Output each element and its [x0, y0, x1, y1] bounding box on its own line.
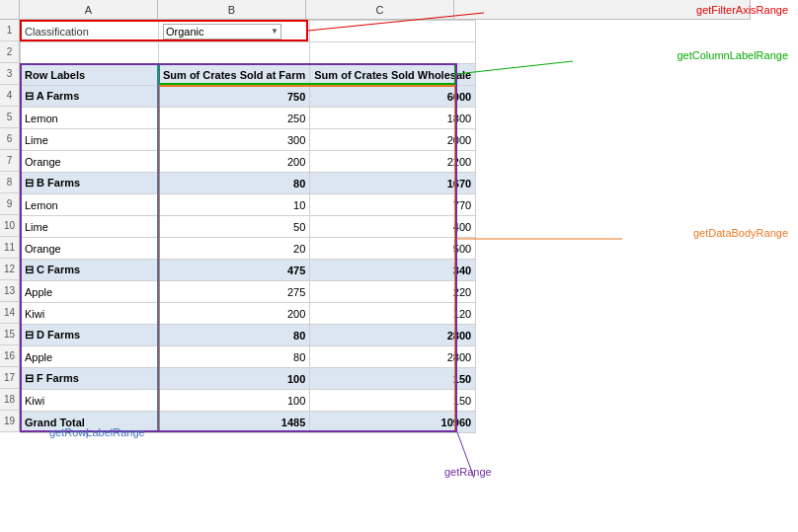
- farm-col1: 750: [159, 86, 310, 108]
- farm-col1: 80: [159, 325, 310, 346]
- filter-input-text: Organic: [166, 26, 269, 38]
- item-col1: 200: [159, 151, 310, 173]
- farm-label: ⊟ D Farms: [21, 325, 159, 346]
- pivot-table-area: Classification Organic ▼ Row Labels Sum: [20, 20, 476, 433]
- grand-total-col2: 10960: [310, 412, 476, 433]
- empty-c: [310, 42, 476, 64]
- farm-col1: 80: [159, 173, 310, 194]
- range-label: getRange: [444, 466, 492, 478]
- row-num-17: 17: [0, 367, 20, 389]
- table-row: Kiwi 200 120: [21, 303, 476, 325]
- spreadsheet: A B C 1 2 3 4 5 6 7 8 9 10 11 12 13 14 1…: [0, 0, 798, 532]
- filter-empty-cell: [310, 21, 476, 42]
- item-col1: 275: [159, 281, 310, 303]
- farm-col1: 475: [159, 260, 310, 281]
- table-row: Lemon 10 770: [21, 194, 476, 216]
- row-num-9: 9: [0, 193, 20, 215]
- row-label-range-label: getRowLabelRange: [49, 426, 145, 438]
- table-row: Lime 300 2000: [21, 129, 476, 151]
- col-label-range-label: getColumnLabelRange: [677, 49, 788, 61]
- farm-col2: 340: [310, 260, 476, 281]
- item-col2: 770: [310, 194, 476, 216]
- filter-label: Classification: [21, 21, 159, 42]
- item-label: Apple: [21, 346, 159, 368]
- item-label: Kiwi: [21, 303, 159, 325]
- row-num-13: 13: [0, 280, 20, 302]
- col-headers: A B C: [0, 0, 751, 20]
- item-col1: 50: [159, 216, 310, 238]
- table-row: Lime 50 400: [21, 216, 476, 238]
- farm-col2: 6000: [310, 86, 476, 108]
- table-row: Apple 80 2800: [21, 346, 476, 368]
- filter-row: Classification Organic ▼: [21, 21, 476, 42]
- table-row: Apple 275 220: [21, 281, 476, 303]
- empty-row: [21, 42, 476, 64]
- row-num-19: 19: [0, 411, 20, 432]
- item-col1: 200: [159, 303, 310, 325]
- row-num-3: 3: [0, 63, 20, 85]
- empty-a: [21, 42, 159, 64]
- row-num-2: 2: [0, 41, 20, 63]
- item-label: Apple: [21, 281, 159, 303]
- item-label: Lime: [21, 216, 159, 238]
- item-col2: 500: [310, 238, 476, 260]
- col1-header: Sum of Crates Sold at Farm: [159, 64, 310, 86]
- farm-label: ⊟ A Farms: [21, 86, 159, 108]
- filter-dropdown[interactable]: Organic ▼: [163, 24, 281, 39]
- table-row: ⊟ B Farms 80 1670: [21, 173, 476, 194]
- row-num-12: 12: [0, 259, 20, 280]
- row-num-5: 5: [0, 107, 20, 128]
- col-header-b: B: [158, 0, 306, 20]
- table-row: ⊟ C Farms 475 340: [21, 260, 476, 281]
- table-row: Orange 20 500: [21, 238, 476, 260]
- farm-col1: 100: [159, 368, 310, 390]
- farm-label: ⊟ C Farms: [21, 260, 159, 281]
- filter-axis-range-label: getFilterAxisRange: [696, 4, 788, 16]
- item-col2: 2200: [310, 151, 476, 173]
- row-num-15: 15: [0, 324, 20, 345]
- item-col2: 2800: [310, 346, 476, 368]
- table-row: ⊟ A Farms 750 6000: [21, 86, 476, 108]
- item-label: Kiwi: [21, 390, 159, 412]
- row-num-8: 8: [0, 172, 20, 193]
- farm-label: ⊟ B Farms: [21, 173, 159, 194]
- table-row: ⊟ D Farms 80 2800: [21, 325, 476, 346]
- col-label-row: Row Labels Sum of Crates Sold at Farm Su…: [21, 64, 476, 86]
- farm-col2: 2800: [310, 325, 476, 346]
- row-num-10: 10: [0, 215, 20, 237]
- data-body-range-label: getDataBodyRange: [693, 227, 788, 239]
- item-label: Orange: [21, 151, 159, 173]
- table-row: Kiwi 100 150: [21, 390, 476, 412]
- item-label: Lemon: [21, 194, 159, 216]
- grand-total-col1: 1485: [159, 412, 310, 433]
- corner-cell: [0, 0, 20, 20]
- item-col2: 400: [310, 216, 476, 238]
- item-col2: 120: [310, 303, 476, 325]
- item-col1: 80: [159, 346, 310, 368]
- pivot-table: Classification Organic ▼ Row Labels Sum: [20, 20, 476, 433]
- row-num-6: 6: [0, 128, 20, 150]
- row-num-7: 7: [0, 150, 20, 172]
- item-col1: 300: [159, 129, 310, 151]
- row-num-4: 4: [0, 85, 20, 107]
- item-col1: 20: [159, 238, 310, 260]
- row-num-11: 11: [0, 237, 20, 259]
- farm-col2: 150: [310, 368, 476, 390]
- row-numbers: 1 2 3 4 5 6 7 8 9 10 11 12 13 14 15 16 1…: [0, 20, 20, 432]
- row-num-14: 14: [0, 302, 20, 324]
- row-num-1: 1: [0, 20, 20, 41]
- row-labels-header[interactable]: Row Labels: [21, 64, 159, 86]
- item-col1: 100: [159, 390, 310, 412]
- filter-value-cell[interactable]: Organic ▼: [159, 21, 310, 42]
- farm-col2: 1670: [310, 173, 476, 194]
- item-col1: 10: [159, 194, 310, 216]
- table-row: ⊟ F Farms 100 150: [21, 368, 476, 390]
- item-label: Lime: [21, 129, 159, 151]
- table-row: Lemon 250 1800: [21, 108, 476, 129]
- item-col1: 250: [159, 108, 310, 129]
- item-label: Lemon: [21, 108, 159, 129]
- item-col2: 220: [310, 281, 476, 303]
- filter-dropdown-arrow-icon[interactable]: ▼: [271, 27, 279, 36]
- col-header-a: A: [20, 0, 158, 20]
- row-num-16: 16: [0, 345, 20, 367]
